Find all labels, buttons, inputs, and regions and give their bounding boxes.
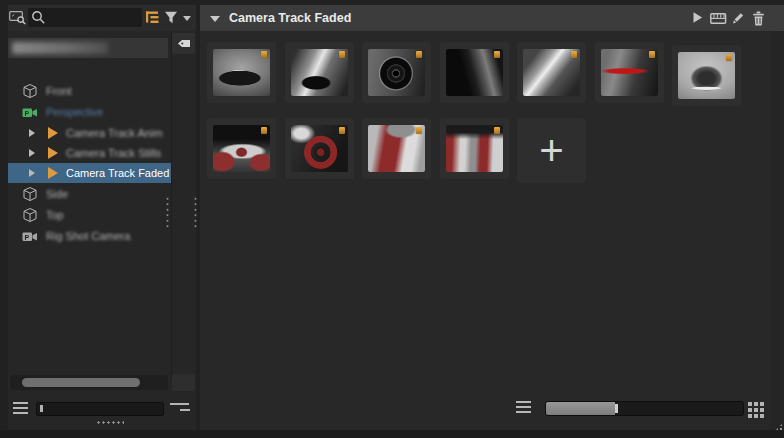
animation-badge-icon (571, 51, 577, 58)
panel-title: Camera Track Faded (229, 5, 351, 31)
viewpoint-thumbnail[interactable] (362, 42, 431, 103)
expand-chevron-icon[interactable] (29, 129, 35, 137)
tree-item-camera-track-faded[interactable]: Camera Track Faded (8, 163, 171, 183)
tree-item-side[interactable]: Side (8, 184, 171, 204)
add-viewpoint-button[interactable]: + (517, 118, 586, 183)
scrollbar-thumb[interactable] (22, 378, 140, 387)
tree-item-label: Top (46, 205, 64, 225)
tree-item-label: Camera Track Anim (66, 123, 163, 143)
tree-item-perspective[interactable]: P Perspective (8, 102, 171, 122)
tree-item-camera-track-anim[interactable]: Camera Track Anim (8, 123, 171, 143)
camera-tree: Front P Perspective Camera Track Anim Ca… (8, 31, 172, 379)
line (170, 403, 189, 405)
grid-view-icon[interactable] (748, 402, 764, 418)
tree-item-label: Perspective (46, 102, 103, 122)
viewpoint-thumbnail[interactable] (440, 118, 509, 179)
scrollbar-gutter (770, 31, 784, 430)
animation-badge-icon (494, 51, 500, 58)
panel-resize-grip[interactable] (96, 421, 124, 424)
camera-track-icon (48, 147, 58, 159)
tag-filter-button[interactable] (172, 33, 195, 54)
tree-toolbar (8, 5, 196, 31)
tree-item-root[interactable] (8, 38, 168, 58)
orthographic-camera-icon (21, 207, 38, 223)
tree-item-label: Rig Shot Camera (46, 226, 130, 246)
window-bottom-edge (0, 430, 784, 438)
splitter-handle-vertical[interactable] (194, 196, 197, 228)
viewpoint-thumbnail[interactable] (672, 45, 741, 106)
search-icon (31, 10, 46, 25)
animation-badge-icon (726, 54, 732, 61)
animation-badge-icon (261, 51, 267, 58)
slider-fill (546, 402, 615, 415)
orthographic-camera-icon (21, 186, 38, 202)
panel-menu-icon[interactable] (13, 402, 28, 414)
collapse-caret-icon[interactable] (210, 16, 220, 22)
expand-chevron-icon[interactable] (29, 169, 35, 177)
perspective-camera-icon: P (21, 104, 38, 120)
viewpoint-thumbnail[interactable] (517, 42, 586, 103)
viewpoint-grid-panel: + (200, 31, 784, 430)
tree-item-label: Camera Track Faded (66, 163, 169, 183)
camera-tree-panel: Front P Perspective Camera Track Anim Ca… (8, 5, 196, 430)
tree-item-camera-track-stills[interactable]: Camera Track Stills (8, 143, 171, 163)
viewpoint-thumbnail[interactable] (207, 42, 276, 103)
turntable-icon[interactable] (710, 11, 727, 25)
splitter-handle-vertical[interactable] (166, 196, 169, 228)
slider-handle[interactable] (40, 405, 43, 412)
viewpoint-thumbnail[interactable] (285, 42, 354, 103)
expand-chevron-icon[interactable] (29, 149, 35, 157)
slider-handle[interactable] (615, 404, 618, 413)
camera-track-icon (48, 167, 58, 179)
tree-item-front[interactable]: Front (8, 81, 171, 101)
tree-item-rig-shot-camera[interactable]: P Rig Shot Camera (8, 226, 171, 246)
viewpoint-thumbnail[interactable] (362, 118, 431, 179)
tags-strip-footer (172, 374, 195, 391)
camera-track-icon (48, 127, 58, 139)
filter-caret-icon[interactable] (183, 16, 191, 21)
viewpoint-thumbnail[interactable] (595, 42, 664, 103)
camera-editor-window: Front P Perspective Camera Track Anim Ca… (0, 0, 784, 438)
row-size-slider[interactable] (36, 402, 164, 416)
tree-view-icon[interactable] (146, 11, 159, 24)
viewpoint-panel-header: Camera Track Faded (200, 5, 784, 31)
tree-item-top[interactable]: Top (8, 205, 171, 225)
tag-icon (177, 38, 191, 49)
find-in-list-icon[interactable] (9, 10, 27, 25)
edit-pencil-icon[interactable] (731, 11, 745, 25)
tree-item-label: Camera Track Stills (66, 143, 161, 163)
animation-badge-icon (339, 127, 345, 134)
line (180, 409, 190, 411)
viewpoint-thumbnail[interactable] (285, 118, 354, 179)
animation-badge-icon (649, 51, 655, 58)
animation-badge-icon (416, 51, 422, 58)
animation-badge-icon (494, 127, 500, 134)
play-icon[interactable] (692, 11, 703, 24)
tree-item-label: Side (46, 184, 68, 204)
compact-rows-icon[interactable] (170, 403, 190, 413)
filter-icon[interactable] (164, 11, 178, 24)
animation-badge-icon (416, 127, 422, 134)
svg-text:P: P (24, 233, 29, 240)
viewpoint-thumbnail[interactable] (440, 42, 509, 103)
animation-badge-icon (261, 127, 267, 134)
delete-trash-icon[interactable] (752, 11, 765, 26)
animation-badge-icon (339, 51, 345, 58)
panel-menu-icon[interactable] (516, 401, 531, 413)
svg-text:P: P (24, 109, 29, 116)
thumbnail-size-slider[interactable] (545, 401, 744, 416)
horizontal-scrollbar[interactable] (10, 375, 168, 390)
orthographic-camera-icon (21, 83, 38, 99)
rig-camera-icon: P (21, 228, 38, 244)
tree-item-label: Front (46, 81, 72, 101)
redacted-root-label (12, 42, 108, 54)
viewpoint-thumbnail[interactable] (207, 118, 276, 179)
